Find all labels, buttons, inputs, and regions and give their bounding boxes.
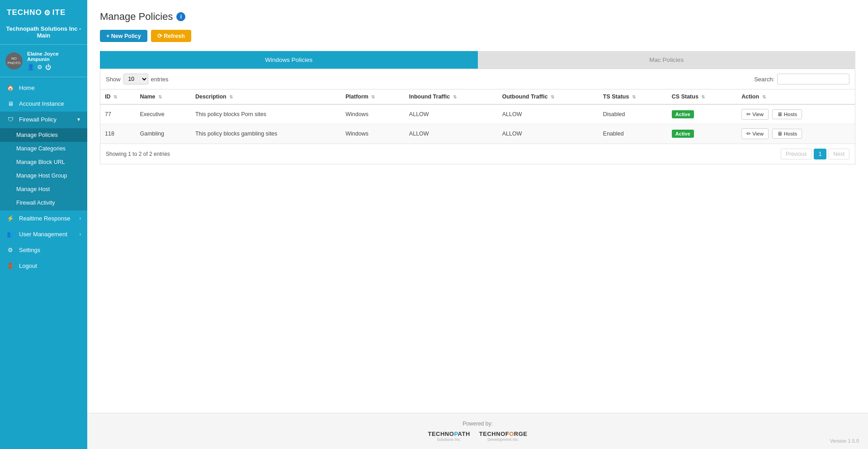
technoforge-logo: TECHNOFORGE Development Inc. (479, 430, 528, 442)
sidebar-label-logout: Logout (19, 262, 37, 269)
col-outbound[interactable]: Outbound Traffic ⇅ (498, 89, 599, 105)
hosts-button[interactable]: 🖥 Hosts (772, 109, 802, 119)
toolbar: + New Policy ⟳ Refresh (100, 30, 855, 42)
tab-mac-policies[interactable]: Mac Policies (478, 51, 856, 69)
sidebar-item-account-instance[interactable]: 🖥 Account Instance (0, 96, 87, 112)
cell-outbound: ALLOW (498, 104, 599, 124)
table-row: 77 Executive This policy blocks Porn sit… (100, 104, 855, 124)
avatar-text: NO PHOTO (5, 56, 23, 65)
col-inbound[interactable]: Inbound Traffic ⇅ (405, 89, 498, 105)
cell-platform: Windows (341, 124, 405, 144)
info-icon[interactable]: i (176, 12, 185, 21)
pagination-page-1[interactable]: 1 (814, 149, 827, 159)
sidebar-item-manage-policies[interactable]: Manage Policies (0, 128, 87, 142)
powered-by-text: Powered by: (462, 421, 493, 427)
search-input[interactable] (777, 74, 849, 84)
technopath-sub: Solutions Inc. (428, 437, 470, 442)
sort-icon-name: ⇅ (158, 94, 162, 99)
user-profile: NO PHOTO Elaine Joyce Ampunin 👤 ⚙ ⏻ (0, 45, 87, 77)
user-icon[interactable]: 👤 (27, 64, 34, 70)
sidebar: TECHNO ⚙ ITE Technopath Solutions Inc - … (0, 0, 87, 449)
entries-label: entries (151, 76, 169, 83)
cell-id: 118 (100, 124, 136, 144)
home-icon: 🏠 (6, 84, 14, 91)
tab-bar: Windows Policies Mac Policies (100, 51, 855, 69)
avatar: NO PHOTO (5, 52, 23, 70)
pagination-previous[interactable]: Previous (781, 149, 812, 159)
footer-logos: TECHNOPATH Solutions Inc. TECHNOFORGE De… (96, 430, 859, 442)
cell-description: This policy blocks Porn sites (191, 104, 341, 124)
table-container: Show 10 25 50 100 entries Search: (100, 69, 855, 164)
sidebar-label-user-mgmt: User Management (19, 231, 67, 238)
sidebar-logo: TECHNO ⚙ ITE (0, 0, 87, 22)
status-badge: Active (672, 130, 694, 138)
col-description[interactable]: Description ⇅ (191, 89, 341, 105)
chevron-right-icon: › (80, 216, 81, 221)
logo-site: ITE (52, 8, 66, 17)
sidebar-item-realtime-response[interactable]: ⚡ Realtime Response › (0, 210, 87, 226)
policies-table: ID ⇅ Name ⇅ Description ⇅ Platform ⇅ Inb… (100, 89, 855, 144)
col-action[interactable]: Action ⇅ (737, 89, 855, 105)
sort-icon-id: ⇅ (113, 94, 117, 99)
page-title-text: Manage Policies (100, 11, 173, 23)
cell-cs-status: Active (667, 104, 737, 124)
view-button[interactable]: ✏ View (741, 128, 769, 139)
view-button[interactable]: ✏ View (741, 109, 769, 120)
sidebar-label-account-instance: Account Instance (19, 100, 64, 107)
sort-icon-cs: ⇅ (701, 94, 705, 99)
show-entries-control: Show 10 25 50 100 entries (106, 74, 169, 84)
sidebar-item-home[interactable]: 🏠 Home (0, 80, 87, 96)
col-cs-status[interactable]: CS Status ⇅ (667, 89, 737, 105)
content-area: Manage Policies i + New Policy ⟳ Refresh… (87, 0, 868, 413)
sidebar-item-user-management[interactable]: 👥 User Management › (0, 226, 87, 242)
showing-text: Showing 1 to 2 of 2 entries (106, 151, 170, 157)
search-label: Search: (754, 76, 774, 83)
sort-icon-inbound: ⇅ (453, 94, 457, 99)
sidebar-item-manage-host[interactable]: Manage Host (0, 182, 87, 196)
cell-ts-status: Disabled (599, 104, 667, 124)
pagination-next[interactable]: Next (828, 149, 849, 159)
settings-icon[interactable]: ⚙ (37, 64, 42, 70)
version-text: Version 1.5.0 (830, 438, 859, 444)
settings-nav-icon: ⚙ (6, 247, 14, 253)
col-name[interactable]: Name ⇅ (136, 89, 191, 105)
col-platform[interactable]: Platform ⇅ (341, 89, 405, 105)
sidebar-item-manage-host-group[interactable]: Manage Host Group (0, 169, 87, 182)
col-id[interactable]: ID ⇅ (100, 89, 136, 105)
sidebar-label-firewall-policy: Firewall Policy (19, 116, 57, 123)
cell-description: This policy blocks gambling sites (191, 124, 341, 144)
refresh-button[interactable]: ⟳ Refresh (151, 30, 191, 42)
company-name: Technopath Solutions Inc - Main (0, 22, 87, 45)
entries-select[interactable]: 10 25 50 100 (123, 74, 148, 84)
tab-windows-policies[interactable]: Windows Policies (100, 51, 478, 69)
sort-icon-platform: ⇅ (371, 94, 375, 99)
main-content: Manage Policies i + New Policy ⟳ Refresh… (87, 0, 868, 449)
new-policy-button[interactable]: + New Policy (100, 30, 147, 42)
show-label: Show (106, 76, 121, 83)
sidebar-label-settings: Settings (19, 247, 40, 253)
sidebar-item-logout[interactable]: 🚪 Logout (0, 258, 87, 274)
chevron-down-icon: ▼ (76, 117, 81, 122)
col-ts-status[interactable]: TS Status ⇅ (599, 89, 667, 105)
cell-action: ✏ View 🖥 Hosts (737, 124, 855, 144)
sidebar-item-manage-block-url[interactable]: Manage Block URL (0, 155, 87, 169)
table-footer: Showing 1 to 2 of 2 entries Previous 1 N… (100, 144, 855, 164)
firewall-icon: 🛡 (6, 116, 14, 123)
sidebar-item-firewall-policy[interactable]: 🛡 Firewall Policy ▼ (0, 112, 87, 127)
cell-name: Executive (136, 104, 191, 124)
realtime-icon: ⚡ (6, 215, 14, 222)
hosts-button[interactable]: 🖥 Hosts (772, 129, 802, 139)
table-controls: Show 10 25 50 100 entries Search: (100, 69, 855, 89)
power-icon[interactable]: ⏻ (45, 64, 51, 70)
technopath-logo: TECHNOPATH Solutions Inc. (428, 430, 470, 442)
search-box: Search: (754, 74, 849, 84)
sidebar-item-settings[interactable]: ⚙ Settings (0, 242, 87, 258)
logout-icon: 🚪 (6, 262, 14, 269)
sidebar-item-firewall-activity[interactable]: Firewall Activity (0, 196, 87, 210)
sidebar-item-manage-categories[interactable]: Manage Categories (0, 142, 87, 155)
app-footer: Powered by: TECHNOPATH Solutions Inc. TE… (87, 413, 868, 449)
users-icon: 👥 (6, 231, 14, 238)
sort-icon-action: ⇅ (762, 94, 766, 99)
sidebar-label-realtime: Realtime Response (19, 215, 70, 222)
table-header-row: ID ⇅ Name ⇅ Description ⇅ Platform ⇅ Inb… (100, 89, 855, 105)
